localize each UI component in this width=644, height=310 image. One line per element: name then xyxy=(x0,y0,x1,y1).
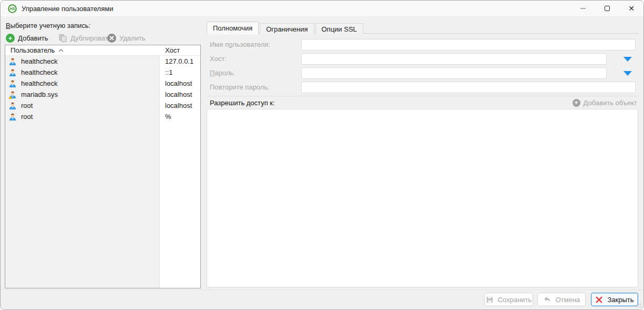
username-label: Имя пользователя: xyxy=(210,39,270,51)
user-icon xyxy=(8,102,17,110)
resize-grip[interactable] xyxy=(636,302,642,308)
window-title: Управление пользователями xyxy=(22,5,113,13)
column-header-host[interactable]: Хост xyxy=(160,45,200,55)
user-row[interactable]: healthcheck ::1 xyxy=(5,67,200,78)
column-header-user[interactable]: Пользователь xyxy=(5,45,160,55)
add-object-button: + Добавить объект xyxy=(573,98,637,107)
host-dropdown-button[interactable] xyxy=(620,53,636,65)
tab-limitations[interactable]: Ограничения xyxy=(260,23,314,34)
save-floppy-icon xyxy=(486,296,494,304)
tab-privileges[interactable]: Полномочия xyxy=(207,22,259,34)
close-icon: ✕ xyxy=(628,5,635,12)
close-dialog-button[interactable]: Закрыть xyxy=(591,293,638,306)
repeat-password-label: Повторите пароль: xyxy=(210,82,270,93)
user-icon xyxy=(8,68,17,77)
user-row[interactable]: healthcheck 127.0.0.1 xyxy=(5,56,200,67)
close-button[interactable]: ✕ xyxy=(619,1,643,16)
duplicate-user-button: Дублировать xyxy=(58,32,111,44)
password-input xyxy=(301,67,607,79)
minimize-icon xyxy=(580,8,586,9)
user-icon xyxy=(8,113,17,121)
repeat-password-input xyxy=(301,82,636,93)
host-label: Хост: xyxy=(210,53,227,65)
user-row[interactable]: root localhost xyxy=(5,100,200,111)
minimize-button xyxy=(571,1,595,16)
add-plus-icon: + xyxy=(6,34,15,43)
user-row[interactable]: healthcheck localhost xyxy=(5,78,200,89)
password-dropdown-button[interactable] xyxy=(620,67,636,79)
allowed-objects-list[interactable] xyxy=(207,109,638,287)
user-list-header: Пользователь Хост xyxy=(5,45,200,56)
maximize-icon xyxy=(605,6,610,11)
maximize-button[interactable] xyxy=(595,1,619,16)
password-label: Пароль: xyxy=(210,67,236,79)
details-tabbar: Полномочия Ограничения Опции SSL xyxy=(207,22,363,34)
user-icon xyxy=(8,57,17,66)
user-manager-dialog: HS Управление пользователями ✕ Выберите … xyxy=(0,0,644,310)
chevron-down-icon xyxy=(623,71,632,76)
user-row[interactable]: mariadb.sys localhost xyxy=(5,89,200,100)
system-user-warning-icon xyxy=(8,91,17,99)
undo-arrow-icon xyxy=(543,296,551,303)
delete-x-icon: ✕ xyxy=(107,34,116,43)
user-icon xyxy=(8,79,17,88)
user-list-body: healthcheck 127.0.0.1 healthcheck ::1 he… xyxy=(5,56,200,288)
save-button: Сохранить xyxy=(484,293,533,306)
select-account-label: Выберите учетную запись: xyxy=(6,22,90,29)
add-object-plus-icon: + xyxy=(573,99,580,107)
cancel-button: Отмена xyxy=(537,293,586,306)
heidisql-logo-icon: HS xyxy=(8,4,17,13)
delete-user-button: ✕ Удалить xyxy=(107,32,146,44)
sort-ascending-icon xyxy=(58,49,64,52)
add-user-button[interactable]: + Добавить xyxy=(6,32,48,44)
red-x-icon xyxy=(595,296,603,304)
allow-access-label: Разрешить доступ к: xyxy=(210,99,275,107)
host-input xyxy=(301,53,607,65)
tab-ssl-options[interactable]: Опции SSL xyxy=(315,23,363,34)
user-list: Пользователь Хост healthcheck 127.0.0.1 xyxy=(5,45,201,288)
form-separator xyxy=(207,96,638,96)
svg-text:HS: HS xyxy=(10,7,15,11)
titlebar: HS Управление пользователями ✕ xyxy=(1,1,643,16)
duplicate-icon xyxy=(58,34,67,43)
user-row[interactable]: root % xyxy=(5,111,200,122)
username-input xyxy=(301,39,636,51)
chevron-down-icon xyxy=(623,57,632,62)
